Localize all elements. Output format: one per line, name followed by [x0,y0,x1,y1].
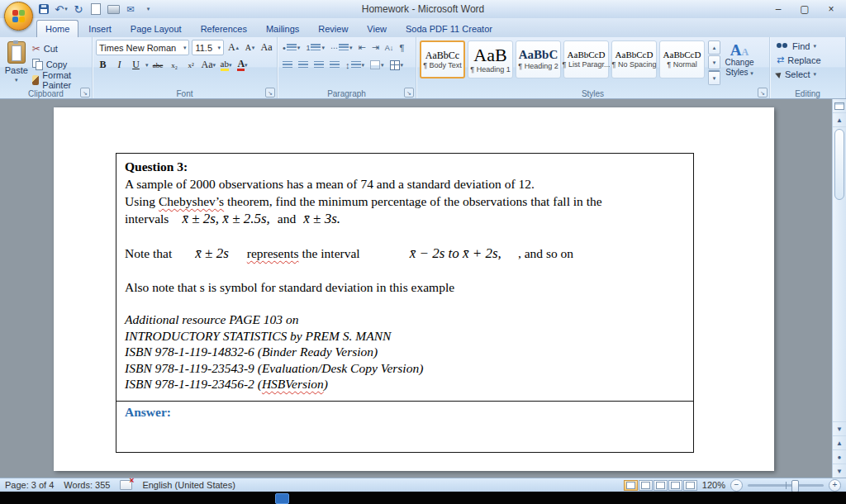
answer-cell[interactable]: Answer: [116,401,693,452]
close-button[interactable]: × [818,0,844,18]
proofing-status[interactable] [120,480,132,490]
zoom-out-button[interactable]: − [730,479,743,492]
zoom-level[interactable]: 120% [702,480,725,490]
word-count[interactable]: Words: 355 [64,480,110,490]
strikethrough-button[interactable]: abc [151,58,165,73]
replace-button[interactable]: ⇄Replace [773,53,842,67]
styles-scroll-down-button[interactable]: ▾ [708,55,720,69]
tab-mailings[interactable]: Mailings [257,20,308,37]
undo-button[interactable]: ↶▾ [54,2,69,17]
taskbar[interactable] [0,492,846,504]
scroll-up-button[interactable]: ▲ [833,113,846,127]
tab-home[interactable]: Home [36,20,78,37]
sort-button[interactable]: A↓ [383,40,396,55]
outline-view-button[interactable] [668,480,682,491]
italic-button[interactable]: I [112,58,126,73]
taskbar-item[interactable] [275,493,289,504]
superscript-button[interactable]: x² [184,58,198,73]
bullets-button[interactable]: •▾ [281,40,302,55]
underline-button[interactable]: U [129,58,143,73]
underline-dropdown-icon[interactable]: ▾ [145,62,149,69]
style-no-spacing[interactable]: AaBbCcD ¶ No Spacing [611,40,657,78]
styles-scroll-up-button[interactable]: ▴ [708,40,720,55]
tab-review[interactable]: Review [309,20,357,37]
office-button[interactable] [4,2,33,31]
numbering-button[interactable]: 1▾ [304,40,326,55]
paste-button[interactable]: Paste ▾ [3,39,30,88]
vertical-scrollbar[interactable]: ▲ ▼ ▲ ● ▼ [832,99,846,478]
font-color-button[interactable]: A▾ [235,58,250,73]
borders-button[interactable]: ▾ [388,58,406,73]
font-family-dropdown-icon: ▾ [183,45,187,51]
tab-page-layout[interactable]: Page Layout [121,20,191,37]
language-indicator[interactable]: English (United States) [142,480,235,490]
new-document-button[interactable] [88,2,103,17]
grow-font-button[interactable]: A▴ [226,40,240,55]
align-right-button[interactable] [312,58,326,73]
clipboard-dialog-launcher[interactable]: ↘ [80,88,90,97]
zoom-in-button[interactable]: + [829,479,841,492]
change-styles-button[interactable]: AA Change Styles ▾ [723,40,756,77]
minimize-button[interactable]: – [765,0,791,18]
email-button[interactable]: ✉ [123,2,138,17]
styles-group: AaBbCc ¶ Body Text AaB ¶ Heading 1 AaBbC… [416,37,770,98]
subscript-button[interactable]: x₂ [168,58,182,73]
font-size-combo[interactable]: 11.5▾ [192,40,224,55]
scrollbar-thumb[interactable] [834,129,844,200]
print-layout-view-button[interactable] [624,480,638,491]
paragraph-dialog-launcher[interactable]: ↘ [404,88,414,97]
shrink-font-button[interactable]: A▾ [243,40,257,55]
tab-references[interactable]: References [192,20,256,37]
page-indicator[interactable]: Page: 3 of 4 [5,480,54,490]
redo-button[interactable]: ↻ [71,2,86,17]
styles-dialog-launcher[interactable]: ↘ [758,88,768,97]
tab-soda-pdf[interactable]: Soda PDF 11 Creator [397,20,501,37]
style-normal[interactable]: AaBbCcD ¶ Normal [659,40,705,78]
show-formatting-marks-button[interactable]: ¶ [397,40,406,55]
highlight-button[interactable]: ab▾ [219,58,233,73]
scroll-down-button[interactable]: ▼ [833,421,846,435]
full-screen-view-button[interactable] [639,480,653,491]
zoom-slider-thumb[interactable] [791,480,799,492]
customize-qat-button[interactable]: ▾ [140,2,155,17]
save-button[interactable] [36,2,51,17]
style-body-text[interactable]: AaBbCc ¶ Body Text [420,40,465,78]
quick-print-button[interactable] [106,2,121,17]
ruler-toggle-button[interactable] [833,99,846,113]
styles-gallery-more-button[interactable]: ▾ [708,70,720,85]
question-cell[interactable]: Question 3: A sample of 2000 observation… [116,154,693,401]
document-page[interactable]: Question 3: A sample of 2000 observation… [54,107,774,471]
next-page-button[interactable]: ▼ [833,464,846,478]
style-preview: AaBbCcD [615,50,654,59]
bold-button[interactable]: B [96,58,110,73]
style-label: ¶ Heading 1 [470,65,510,74]
paste-dropdown-icon: ▾ [15,77,18,83]
select-browse-object-button[interactable]: ● [833,449,846,464]
draft-view-button[interactable] [683,480,697,491]
style-heading-2[interactable]: AaBbC ¶ Heading 2 [516,40,561,78]
decrease-indent-button[interactable]: ⇤ [356,40,367,55]
increase-indent-button[interactable]: ⇥ [370,40,381,55]
align-left-button[interactable] [281,58,294,73]
justify-button[interactable] [328,58,341,73]
tab-view[interactable]: View [358,20,396,37]
font-family-combo[interactable]: Times New Roman▾ [96,40,189,55]
select-button[interactable]: Select▾ [773,67,842,81]
cut-button[interactable]: ✂Cut [30,40,88,56]
format-painter-button[interactable]: Format Painter [30,72,88,88]
find-button[interactable]: Find▾ [773,39,842,53]
shading-button[interactable]: ▾ [368,58,386,73]
web-layout-view-button[interactable] [654,480,668,491]
tab-insert[interactable]: Insert [79,20,121,37]
line-spacing-button[interactable]: ↕▾ [344,58,366,73]
multilevel-list-button[interactable]: ⋯▾ [329,40,354,55]
font-dialog-launcher[interactable]: ↘ [265,88,275,97]
zoom-slider[interactable] [748,484,824,487]
clear-formatting-button[interactable]: Aa [259,40,273,55]
style-list-paragraph[interactable]: AaBbCcD ¶ List Paragr... [563,40,609,78]
align-center-button[interactable] [297,58,310,73]
style-heading-1[interactable]: AaB ¶ Heading 1 [468,40,513,78]
change-case-button[interactable]: Aa▾ [201,58,217,73]
maximize-button[interactable]: ▢ [791,0,818,18]
previous-page-button[interactable]: ▲ [833,435,846,449]
